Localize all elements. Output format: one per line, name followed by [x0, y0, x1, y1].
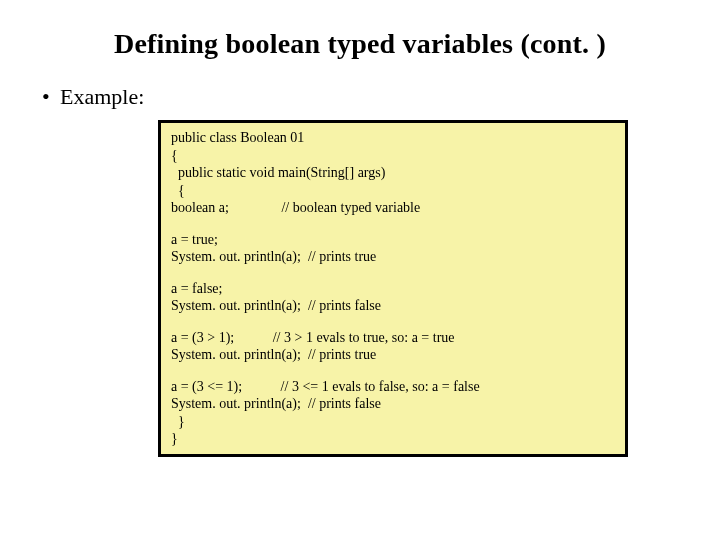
code-blank [171, 266, 615, 280]
code-line: a = true; [171, 231, 615, 249]
code-line: { [171, 147, 615, 165]
code-line: System. out. println(a); // prints false [171, 395, 615, 413]
example-bullet: • Example: [42, 84, 690, 110]
code-line: boolean a; // boolean typed variable [171, 199, 615, 217]
code-line: System. out. println(a); // prints false [171, 297, 615, 315]
code-blank [171, 217, 615, 231]
code-line: a = false; [171, 280, 615, 298]
code-blank [171, 315, 615, 329]
code-line: } [171, 430, 615, 448]
code-line: System. out. println(a); // prints true [171, 346, 615, 364]
code-line: public static void main(String[] args) [171, 164, 615, 182]
bullet-dot-icon: • [42, 84, 60, 110]
slide: Defining boolean typed variables (cont. … [0, 0, 720, 540]
code-line: a = (3 <= 1); // 3 <= 1 evals to false, … [171, 378, 615, 396]
bullet-text: Example: [60, 84, 144, 110]
page-title: Defining boolean typed variables (cont. … [30, 28, 690, 60]
code-block: public class Boolean 01 { public static … [158, 120, 628, 457]
code-line: a = (3 > 1); // 3 > 1 evals to true, so:… [171, 329, 615, 347]
code-line: System. out. println(a); // prints true [171, 248, 615, 266]
code-line: public class Boolean 01 [171, 129, 615, 147]
code-line: { [171, 182, 615, 200]
code-blank [171, 364, 615, 378]
code-line: } [171, 413, 615, 431]
